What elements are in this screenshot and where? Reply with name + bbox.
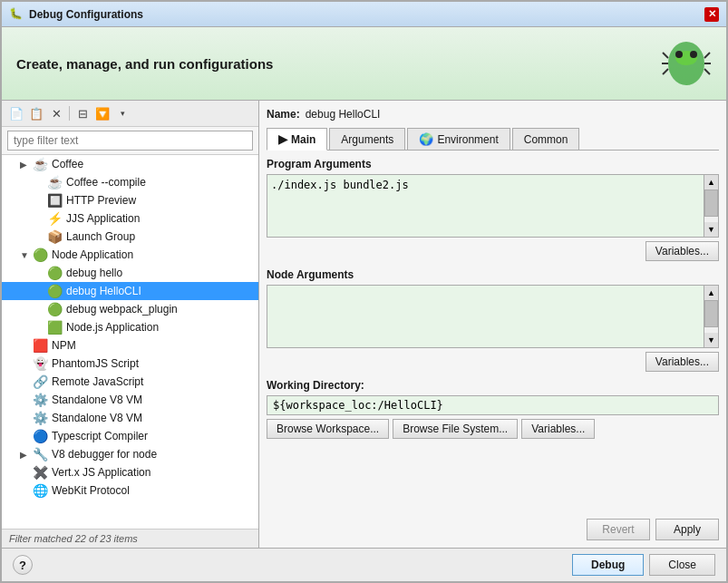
scrollbar-track — [704, 189, 718, 222]
tab-main[interactable]: ▶ Main — [267, 128, 327, 151]
content-area: 📄 📋 ✕ ⊟ 🔽 ▾ ▶ ☕ Coffee — [2, 101, 726, 548]
tab-common[interactable]: Common — [512, 128, 580, 150]
item-label: Typescript Compiler — [52, 430, 148, 442]
tabs-row: ▶ Main Arguments 🌍 Environment Common — [267, 128, 719, 151]
working-dir-buttons: Browse Workspace... Browse File System..… — [267, 419, 719, 439]
filter-button[interactable]: 🔽 — [93, 104, 112, 122]
copy-config-button[interactable]: 📋 — [27, 104, 45, 122]
node-args-variables-button[interactable]: Variables... — [645, 352, 719, 372]
tab-main-label: Main — [291, 133, 315, 146]
item-label: debug HelloCLI — [66, 285, 141, 297]
node-scrollbar-up[interactable]: ▲ — [704, 286, 718, 300]
item-label: JJS Application — [66, 212, 140, 225]
tree-item-debug-hello[interactable]: 🟢 debug hello — [2, 264, 258, 282]
tree-item-standalone-v8-1[interactable]: ⚙️ Standalone V8 VM — [2, 391, 258, 409]
debug-button[interactable]: Debug — [572, 554, 644, 576]
tab-arguments[interactable]: Arguments — [329, 128, 405, 150]
tree-item-coffee[interactable]: ▶ ☕ Coffee — [2, 155, 258, 173]
tree-item-debug-webpack[interactable]: 🟢 debug webpack_plugin — [2, 300, 258, 318]
svg-line-4 — [663, 53, 668, 58]
tree-item-npm[interactable]: 🟥 NPM — [2, 336, 258, 355]
tree-item-webkit[interactable]: 🌐 WebKit Protocol — [2, 481, 258, 500]
item-label: PhantomJS Script — [52, 357, 139, 370]
tree-item-phantomjs[interactable]: 👻 PhantomJS Script — [2, 355, 258, 373]
scrollbar-down[interactable]: ▼ — [704, 222, 718, 237]
tree-item-vertx[interactable]: ✖️ Vert.x JS Application — [2, 463, 258, 481]
apply-button[interactable]: Apply — [655, 519, 719, 540]
working-dir-variables-button[interactable]: Variables... — [521, 419, 595, 439]
title-bar: 🐛 Debug Configurations ✕ — [2, 2, 726, 27]
node-args-wrapper: ▲ ▼ — [267, 285, 719, 348]
collapse-all-button[interactable]: ⊟ — [73, 104, 92, 122]
working-dir-input[interactable] — [267, 395, 719, 415]
node-args-textarea[interactable] — [267, 285, 704, 348]
window-title: Debug Configurations — [29, 8, 699, 21]
filter-box — [2, 127, 258, 155]
tree-item-http-preview[interactable]: 🔲 HTTP Preview — [2, 191, 258, 209]
item-label: Standalone V8 VM — [52, 412, 142, 424]
program-args-group: Program Arguments ./index.js bundle2.js … — [267, 158, 719, 261]
svg-line-7 — [704, 53, 710, 58]
action-buttons: Revert Apply — [267, 513, 719, 540]
node-args-scrollbar[interactable]: ▲ ▼ — [704, 285, 719, 348]
revert-button[interactable]: Revert — [587, 519, 650, 540]
program-args-scrollbar[interactable]: ▲ ▼ — [704, 174, 719, 238]
window-icon: 🐛 — [9, 7, 24, 22]
item-label: NPM — [52, 339, 76, 352]
svg-point-2 — [675, 51, 683, 58]
filter-status: Filter matched 22 of 23 items — [2, 529, 258, 548]
program-args-textarea[interactable]: ./index.js bundle2.js — [267, 174, 704, 238]
node-args-vars-row: Variables... — [267, 352, 719, 372]
tree-item-debug-hellocli[interactable]: 🟢 debug HelloCLI — [2, 282, 258, 300]
item-label: Node.js Application — [66, 321, 159, 334]
item-label: Launch Group — [66, 230, 135, 243]
tab-environment-label: Environment — [437, 133, 498, 146]
program-args-vars-row: Variables... — [267, 241, 719, 261]
browse-filesystem-button[interactable]: Browse File System... — [393, 419, 518, 439]
name-label: Name: — [267, 108, 300, 121]
left-toolbar: 📄 📋 ✕ ⊟ 🔽 ▾ — [2, 101, 258, 127]
browse-workspace-button[interactable]: Browse Workspace... — [267, 419, 389, 439]
footer-buttons: Debug Close — [572, 554, 715, 576]
debug-configurations-window: 🐛 Debug Configurations ✕ Create, manage,… — [0, 0, 728, 583]
tree-item-standalone-v8-2[interactable]: ⚙️ Standalone V8 VM — [2, 409, 258, 427]
node-scrollbar-down[interactable]: ▼ — [704, 333, 718, 347]
tree-item-v8-debugger[interactable]: ▶ 🔧 V8 debugger for node — [2, 445, 258, 463]
scrollbar-up[interactable]: ▲ — [704, 175, 718, 189]
help-button[interactable]: ? — [13, 555, 33, 575]
window-footer: ? Debug Close — [2, 548, 726, 581]
item-icon: ☕ — [33, 157, 48, 171]
svg-line-9 — [704, 69, 710, 74]
header: Create, manage, and run configurations — [2, 27, 726, 101]
delete-config-button[interactable]: ✕ — [47, 104, 65, 122]
node-scrollbar-thumb[interactable] — [704, 300, 718, 327]
tree-item-node-app[interactable]: ▼ 🟢 Node Application — [2, 246, 258, 264]
dropdown-button[interactable]: ▾ — [113, 104, 131, 122]
tab-arguments-label: Arguments — [341, 133, 393, 146]
svg-line-6 — [663, 69, 668, 74]
close-button[interactable]: Close — [649, 554, 715, 576]
expand-icon: ▶ — [20, 160, 29, 170]
config-tree: ▶ ☕ Coffee ☕ Coffee --compile 🔲 HTTP Pre… — [2, 155, 258, 529]
window-close-button[interactable]: ✕ — [704, 7, 719, 22]
item-label: debug hello — [66, 267, 122, 279]
new-config-button[interactable]: 📄 — [7, 104, 25, 122]
program-args-variables-button[interactable]: Variables... — [645, 241, 719, 261]
item-label: Coffee --compile — [66, 176, 146, 189]
tree-item-launch-group[interactable]: 📦 Launch Group — [2, 228, 258, 246]
tree-item-jjs-app[interactable]: ⚡ JJS Application — [2, 209, 258, 228]
program-args-wrapper: ./index.js bundle2.js ▲ ▼ — [267, 174, 719, 238]
tree-item-remote-js[interactable]: 🔗 Remote JavaScript — [2, 373, 258, 391]
working-dir-group: Working Directory: Browse Workspace... B… — [267, 379, 719, 439]
tree-item-typescript[interactable]: 🔵 Typescript Compiler — [2, 427, 258, 445]
tree-item-coffee-compile[interactable]: ☕ Coffee --compile — [2, 173, 258, 191]
tab-environment[interactable]: 🌍 Environment — [407, 128, 510, 150]
tree-item-nodejs-app[interactable]: 🟩 Node.js Application — [2, 318, 258, 336]
scrollbar-thumb[interactable] — [704, 189, 718, 217]
name-value: debug HelloCLI — [306, 108, 381, 121]
filter-input[interactable] — [7, 131, 253, 151]
tab-common-label: Common — [524, 133, 568, 146]
svg-point-3 — [690, 51, 697, 58]
item-label: Coffee — [52, 158, 83, 170]
program-args-label: Program Arguments — [267, 158, 719, 170]
